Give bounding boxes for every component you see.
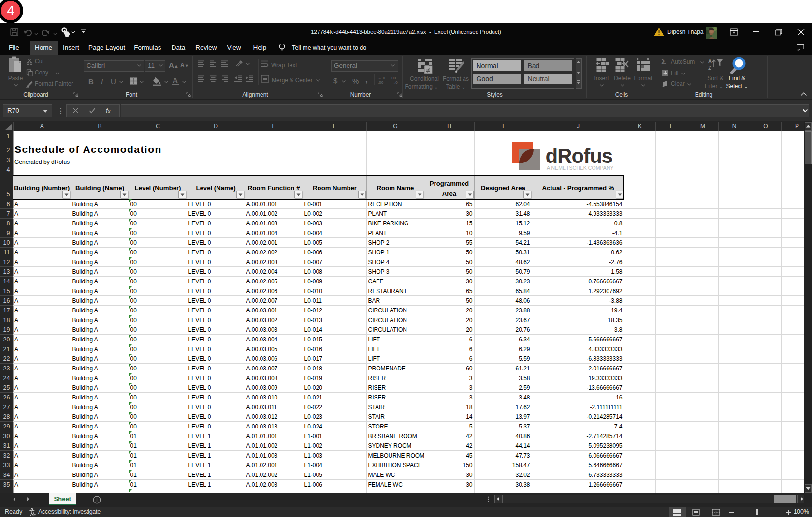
svg-text:A: A [708, 58, 712, 64]
svg-text:Z: Z [708, 65, 711, 71]
